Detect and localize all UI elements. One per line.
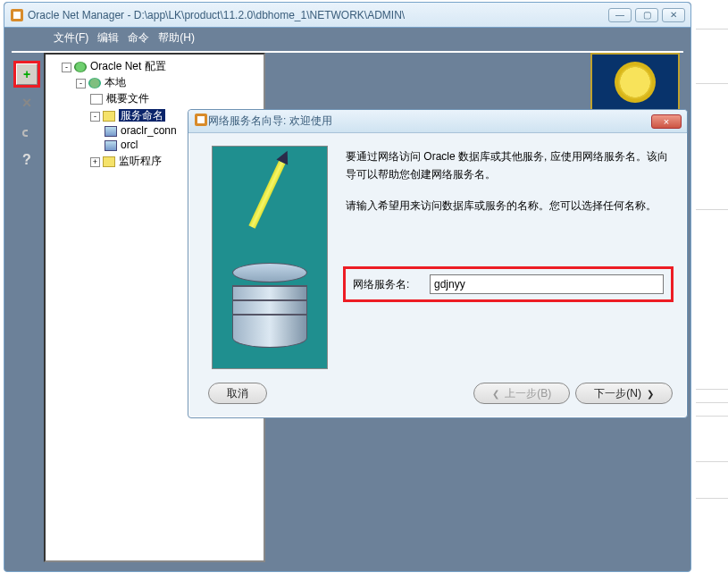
close-button[interactable]: ✕ bbox=[662, 8, 685, 22]
close-icon: × bbox=[664, 116, 669, 127]
dialog-para1: 要通过网络访问 Oracle 数据库或其他服务, 应使用网络服务名。该向导可以帮… bbox=[346, 147, 673, 184]
cancel-button[interactable]: 取消 bbox=[208, 383, 267, 404]
expand-icon[interactable]: + bbox=[90, 157, 100, 167]
service-name-label: 网络服务名: bbox=[353, 277, 430, 292]
app-icon bbox=[10, 8, 24, 22]
titlebar: Oracle Net Manager - D:\app\LK\product\1… bbox=[4, 3, 690, 28]
back-button-label: 上一步(B) bbox=[505, 386, 551, 401]
chevron-right-icon: ❯ bbox=[647, 389, 654, 399]
svg-rect-3 bbox=[197, 116, 205, 123]
tree-profile[interactable]: 概要文件 bbox=[90, 90, 262, 107]
help-button[interactable]: ? bbox=[16, 149, 38, 171]
folder-icon bbox=[103, 156, 115, 167]
decorative-gear bbox=[590, 53, 680, 112]
menu-edit[interactable]: 编辑 bbox=[97, 30, 119, 46]
tree-local-label: 本地 bbox=[105, 76, 126, 88]
tree-listeners-label: 监听程序 bbox=[119, 155, 162, 167]
dialog-text: 要通过网络访问 Oracle 数据库或其他服务, 应使用网络服务名。该向导可以帮… bbox=[346, 147, 673, 227]
globe-icon bbox=[74, 62, 87, 72]
window-buttons: — ▢ ✕ bbox=[608, 8, 685, 22]
background-lines bbox=[696, 0, 728, 581]
cancel-button-label: 取消 bbox=[227, 386, 248, 401]
delete-button[interactable]: × bbox=[16, 92, 38, 114]
service-name-field-row: 网络服务名: bbox=[346, 269, 671, 299]
cylinder-icon bbox=[232, 263, 307, 343]
db-icon bbox=[105, 126, 117, 137]
collapse-icon[interactable]: - bbox=[76, 79, 86, 88]
next-button[interactable]: 下一步(N) ❯ bbox=[575, 383, 673, 404]
wizard-illustration bbox=[212, 146, 328, 369]
wizard-dialog: 网络服务名向导: 欢迎使用 × 要通过网络访问 Oracle 数据库或其他服务,… bbox=[188, 109, 688, 418]
tree-profile-label: 概要文件 bbox=[106, 92, 149, 105]
window-title: Oracle Net Manager - D:\app\LK\product\1… bbox=[28, 9, 608, 21]
tree-root-label: Oracle Net 配置 bbox=[90, 60, 166, 72]
tree-service-naming-label: 服务命名 bbox=[119, 109, 165, 122]
globe-icon bbox=[88, 78, 101, 88]
folder-icon bbox=[103, 111, 115, 122]
next-button-label: 下一步(N) bbox=[594, 386, 641, 401]
svg-rect-1 bbox=[13, 12, 21, 19]
menu-help[interactable]: 帮助(H) bbox=[158, 30, 195, 46]
minimize-button[interactable]: — bbox=[608, 8, 632, 22]
dialog-button-row: 取消 ❮ 上一步(B) 下一步(N) ❯ bbox=[208, 380, 673, 407]
tree-svc-orcl-label: orcl bbox=[121, 139, 138, 151]
chevron-left-icon: ❮ bbox=[492, 389, 499, 399]
menubar: 文件(F) 编辑 命令 帮助(H) bbox=[4, 28, 690, 47]
add-button[interactable]: + bbox=[16, 63, 38, 85]
collapse-icon[interactable]: - bbox=[90, 112, 100, 122]
dialog-body: 要通过网络访问 Oracle 数据库或其他服务, 应使用网络服务名。该向导可以帮… bbox=[194, 137, 682, 412]
dialog-titlebar: 网络服务名向导: 欢迎使用 × bbox=[188, 110, 687, 133]
maximize-button[interactable]: ▢ bbox=[635, 8, 658, 22]
back-button[interactable]: ❮ 上一步(B) bbox=[473, 383, 570, 404]
collapse-icon[interactable]: - bbox=[62, 63, 71, 72]
dialog-close-button[interactable]: × bbox=[651, 114, 682, 129]
dialog-para2: 请输入希望用来访问数据库或服务的名称。您可以选择任何名称。 bbox=[346, 197, 673, 215]
dialog-title: 网络服务名向导: 欢迎使用 bbox=[208, 114, 651, 129]
left-toolbar: + × ? bbox=[12, 53, 42, 562]
service-name-input[interactable] bbox=[430, 274, 664, 294]
file-icon bbox=[90, 94, 103, 105]
menu-command[interactable]: 命令 bbox=[128, 30, 149, 46]
link-button[interactable] bbox=[16, 121, 38, 142]
menu-file[interactable]: 文件(F) bbox=[54, 30, 88, 46]
db-icon bbox=[105, 140, 117, 151]
tree-svc-oraclr-label: oraclr_conn bbox=[121, 124, 177, 137]
pencil-icon bbox=[248, 161, 285, 229]
dialog-icon bbox=[194, 113, 208, 130]
